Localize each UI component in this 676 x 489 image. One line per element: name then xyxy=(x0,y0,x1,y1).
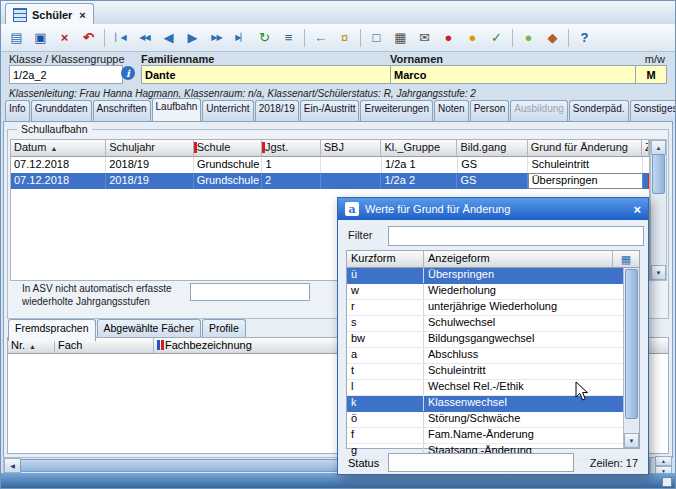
dialog-row-schuleintritt[interactable]: tSchuleintritt xyxy=(347,364,639,380)
check-icon[interactable]: ✓ xyxy=(485,26,508,49)
navigate-back-icon[interactable]: ← xyxy=(309,26,332,49)
column-header-bildgang[interactable]: Bild.gang xyxy=(457,140,527,157)
column-header-jgst[interactable]: Jgst. xyxy=(262,140,321,157)
first-record-icon[interactable]: ▏◀ xyxy=(109,26,132,49)
cell-kl-gruppe: 1/2a 2 xyxy=(381,173,457,189)
note-line-1: In ASV nicht automatisch erfasste xyxy=(22,282,186,295)
asv-app-icon: a xyxy=(345,202,359,216)
dialog-row-ueberspringen[interactable]: üÜberspringen xyxy=(347,268,639,284)
help-icon[interactable]: ? xyxy=(573,26,596,49)
window-icon[interactable]: □ xyxy=(365,26,388,49)
mw-input[interactable] xyxy=(635,65,667,84)
yellow-status-icon[interactable]: ● xyxy=(461,26,484,49)
document-tab-schueler[interactable]: Schüler × xyxy=(5,3,94,25)
scroll-down-icon[interactable]: ▼ xyxy=(624,433,639,448)
new-record-icon[interactable]: ▤ xyxy=(5,26,28,49)
tab-anschriften[interactable]: Anschriften xyxy=(93,100,151,121)
vornamen-input[interactable] xyxy=(390,65,641,84)
last-record-icon[interactable]: ▶▏ xyxy=(229,26,252,49)
red-status-icon[interactable]: ● xyxy=(437,26,460,49)
save-icon[interactable]: ▣ xyxy=(29,26,52,49)
column-header-kurzform[interactable]: Kurzform xyxy=(347,251,424,268)
scroll-up-icon[interactable]: ▲ xyxy=(655,456,672,466)
klasse-info-icon[interactable]: i xyxy=(121,66,135,80)
tab-sonderpaed[interactable]: Sonderpäd. xyxy=(569,100,629,121)
tab-person[interactable]: Person xyxy=(470,100,510,121)
column-label: Datum xyxy=(14,141,46,153)
egg-icon[interactable]: ● xyxy=(517,26,540,49)
dialog-close-icon[interactable]: × xyxy=(633,202,641,217)
column-header-zu[interactable]: Zu xyxy=(642,140,649,157)
toolbar-separator xyxy=(304,29,305,47)
column-header-grund[interactable]: Grund für Änderung xyxy=(528,140,642,157)
print-icon[interactable]: ▦ xyxy=(389,26,412,49)
column-header-kl-gruppe[interactable]: Kl._Gruppe xyxy=(381,140,457,157)
klasse-input[interactable] xyxy=(9,65,123,84)
column-header-anzeigeform[interactable]: Anzeigeform xyxy=(424,251,613,268)
dialog-row-schulwechsel[interactable]: sSchulwechsel xyxy=(347,316,639,332)
grund-edit-cell[interactable]: Überspringen xyxy=(528,173,643,189)
delete-icon[interactable]: × xyxy=(53,26,76,49)
table-row-selected[interactable]: 07.12.2018 2018/19 Grundschule ... 2 1/2… xyxy=(11,173,649,189)
scroll-up-icon[interactable]: ▲ xyxy=(651,140,666,155)
tab-sonstiges[interactable]: Sonstiges xyxy=(630,100,676,121)
key-icon[interactable]: ¤ xyxy=(333,26,356,49)
cell-zu: i xyxy=(643,173,649,189)
next-page-icon[interactable]: ▶▶ xyxy=(205,26,228,49)
column-label: Jgst. xyxy=(265,141,288,153)
vornamen-label: Vornamen xyxy=(390,53,443,65)
tab-ausbildung[interactable]: Ausbildung xyxy=(510,100,567,121)
jahrgangsstufen-input[interactable] xyxy=(190,283,310,301)
tab-noten[interactable]: Noten xyxy=(434,100,469,121)
cell-datum: 07.12.2018 xyxy=(11,173,106,189)
dialog-row-fam-name-aenderung[interactable]: fFam.Name-Änderung xyxy=(347,428,639,444)
column-header-schuljahr[interactable]: Schuljahr xyxy=(106,140,194,157)
dialog-row-abschluss[interactable]: aAbschluss xyxy=(347,348,639,364)
undo-icon[interactable]: ↶ xyxy=(77,26,100,49)
tab-profile[interactable]: Profile xyxy=(202,319,246,339)
kurzform-cell: ö xyxy=(347,412,424,427)
next-record-icon[interactable]: ▶ xyxy=(181,26,204,49)
refresh-icon[interactable]: ↻ xyxy=(253,26,276,49)
familienname-input[interactable] xyxy=(141,65,393,84)
scroll-down-icon[interactable]: ▼ xyxy=(651,265,666,280)
tab-grunddaten[interactable]: Grunddaten xyxy=(31,100,92,121)
mail-icon[interactable]: ✉ xyxy=(413,26,436,49)
scroll-left-icon[interactable]: ◀ xyxy=(4,458,21,473)
table-row[interactable]: 07.12.2018 2018/19 Grundschule ... 1 1/2… xyxy=(11,157,649,173)
column-label: Fachbezeichnung xyxy=(165,339,252,351)
kurzform-cell: bw xyxy=(347,332,424,347)
status-input[interactable] xyxy=(388,453,574,472)
tab-unterricht[interactable]: Unterricht xyxy=(202,100,253,121)
tab-abgewaehlte-faecher[interactable]: Abgewählte Fächer xyxy=(97,319,201,339)
asv-window: Schüler × ▤ ▣ × ↶ ▏◀ ◀◀ ◀ ▶ ▶▶ ▶▏ ↻ ≡ ← … xyxy=(0,0,676,489)
tab-ein-austritt[interactable]: Ein-/Austritt xyxy=(300,100,360,121)
column-header-sbj[interactable]: SBJ xyxy=(321,140,382,157)
scrollbar-thumb[interactable] xyxy=(652,154,665,194)
prev-record-icon[interactable]: ◀ xyxy=(157,26,180,49)
column-config-icon[interactable]: ▦ xyxy=(613,251,639,268)
dialog-row-bildungsgangwechsel[interactable]: bwBildungsgangwechsel xyxy=(347,332,639,348)
vertical-scroll-buttons: ▲ ▼ xyxy=(655,456,672,473)
dialog-row-klassenwechsel[interactable]: kKlassenwechsel xyxy=(347,396,639,412)
tab-schuljahr[interactable]: 2018/19 xyxy=(255,100,299,121)
dialog-row-wiederholung[interactable]: wWiederholung xyxy=(347,284,639,300)
prev-page-icon[interactable]: ◀◀ xyxy=(133,26,156,49)
kurzform-cell: r xyxy=(347,300,424,315)
tab-laufbahn[interactable]: Laufbahn xyxy=(152,98,202,121)
tab-erweiterungen[interactable]: Erweiterungen xyxy=(360,100,432,121)
dialog-row-wechsel-rel-ethik[interactable]: lWechsel Rel.-/Ethik xyxy=(347,380,639,396)
filter-input[interactable] xyxy=(388,226,644,246)
tab-fremdsprachen[interactable]: Fremdsprachen xyxy=(8,319,96,341)
column-header-schule[interactable]: Schule xyxy=(194,140,262,157)
palette-icon[interactable]: ◆ xyxy=(541,26,564,49)
cell-sbj xyxy=(321,173,382,189)
scrollbar-thumb[interactable] xyxy=(625,269,638,419)
dialog-row-stoerung-schwaeche[interactable]: öStörung/Schwäche xyxy=(347,412,639,428)
resize-grip[interactable] xyxy=(662,477,672,487)
tab-info[interactable]: Info xyxy=(5,100,30,121)
list-view-icon[interactable]: ≡ xyxy=(277,26,300,49)
dialog-row-unterjaehrige-wiederholung[interactable]: runterjährige Wiederholung xyxy=(347,300,639,316)
column-header-datum[interactable]: Datum▲ xyxy=(11,140,106,157)
close-tab-icon[interactable]: × xyxy=(79,9,85,21)
